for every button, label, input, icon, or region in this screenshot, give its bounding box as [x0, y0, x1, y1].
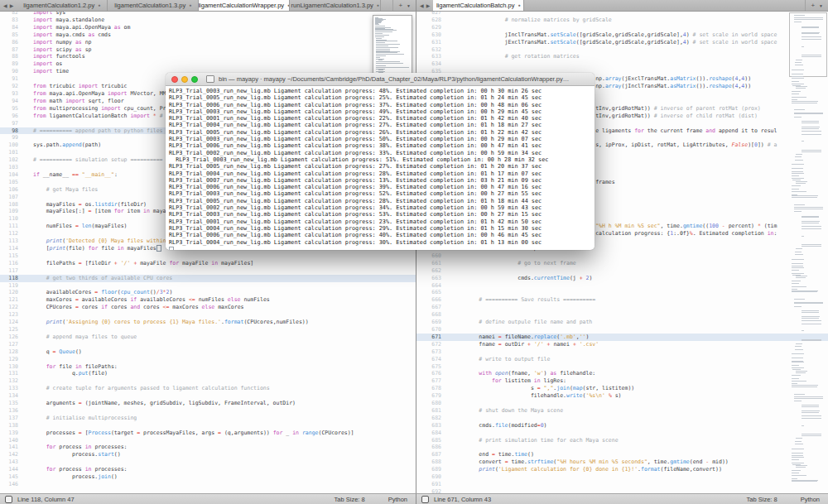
tab-scroll-left-icon[interactable]: ◀: [420, 2, 424, 8]
code-line[interactable]: 679 filehandle.write('%s\n' % s): [416, 392, 828, 400]
tab-scroll-right-icon[interactable]: ▶: [426, 2, 431, 8]
code-line[interactable]: 680: [416, 400, 828, 407]
code-line[interactable]: 677 for listitem in ligRes:: [416, 377, 828, 385]
code-line[interactable]: 685 # print simulation time for each May…: [416, 437, 828, 444]
code-line[interactable]: 668: [416, 311, 828, 319]
code-line[interactable]: 136: [0, 407, 416, 415]
code-line[interactable]: 121 maxCores = availableCores if availab…: [0, 296, 416, 304]
code-line[interactable]: 144 for process in processes:: [0, 466, 416, 473]
code-line[interactable]: 664: [416, 282, 828, 290]
code-line[interactable]: 135 arguments = (jointName, meshes, grid…: [0, 400, 416, 407]
new-tab-icon[interactable]: +: [811, 2, 815, 9]
tab-size-indicator[interactable]: Tab Size: 8: [335, 496, 365, 503]
tab-modified-dot[interactable]: ●: [377, 3, 379, 7]
code-line[interactable]: 134: [0, 392, 416, 400]
tab-overflow-icon[interactable]: ▼: [407, 3, 411, 8]
code-line[interactable]: 663 cmds.currentTime(j + 2): [416, 275, 828, 282]
code-line[interactable]: 123: [0, 311, 416, 319]
code-line[interactable]: 661 # go to next frame: [416, 260, 828, 267]
code-line[interactable]: 688 convert = time.strftime("%H hours %M…: [416, 458, 828, 466]
code-line[interactable]: 127: [0, 341, 416, 348]
code-line[interactable]: 86import numpy as np: [0, 39, 416, 46]
code-line[interactable]: 687 end = time.time(): [416, 451, 828, 458]
tab-modified-dot[interactable]: ●: [518, 3, 521, 7]
zoom-button[interactable]: [191, 76, 198, 83]
code-line[interactable]: 684: [416, 430, 828, 437]
code-line[interactable]: 671 namei = fileName.replace('.mb',''): [416, 334, 828, 341]
new-tab-icon[interactable]: +: [398, 2, 402, 9]
tab-runLigamentCalculation1.3.py[interactable]: runLigamentCalculation1.3.py●: [290, 0, 381, 11]
code-line[interactable]: 678 s = ",".join(map(str, listitem)): [416, 385, 828, 392]
code-line[interactable]: 633 # get rotation matrices: [416, 53, 828, 60]
code-line[interactable]: 131 q.put(file): [0, 370, 416, 377]
code-line[interactable]: 87import scipy as sp: [0, 46, 416, 54]
terminal-window[interactable]: bin — mayapy · mayapy ~/Documents/Cambri…: [166, 73, 595, 250]
tab-modified-dot[interactable]: ●: [98, 3, 100, 7]
code-line[interactable]: 690: [416, 473, 828, 481]
code-line[interactable]: 629: [416, 24, 828, 31]
code-line[interactable]: 631 jExclTransMat.setScale([gridScale,gr…: [416, 39, 828, 46]
code-line[interactable]: 118 # get two thirds of available CPU co…: [0, 275, 416, 282]
code-line[interactable]: 89import os: [0, 60, 416, 68]
code-line[interactable]: 143: [0, 458, 416, 466]
code-line[interactable]: 115: [0, 252, 416, 260]
code-line[interactable]: 84import maya.api.OpenMaya as om: [0, 24, 416, 31]
code-line[interactable]: 126 # append maya files to queue: [0, 334, 416, 341]
code-line[interactable]: 132: [0, 377, 416, 385]
code-line[interactable]: 681 # shut down the Maya scene: [416, 407, 828, 415]
code-line[interactable]: 129: [0, 356, 416, 363]
code-line[interactable]: 120 availableCores = floor(cpu_count()/3…: [0, 289, 416, 296]
code-line[interactable]: 689 print('Ligament calculation for {0} …: [416, 466, 828, 473]
code-line[interactable]: 666 # ========== Save results ==========: [416, 296, 828, 304]
minimize-button[interactable]: [181, 76, 188, 83]
code-line[interactable]: 628 # normalize matrices by gridScale: [416, 17, 828, 24]
tab-scroll-right-icon[interactable]: ▶: [10, 2, 14, 8]
minimap-right[interactable]: [789, 12, 827, 492]
code-line[interactable]: 122 CPUcores = cores if cores and cores …: [0, 304, 416, 311]
tab-ligamentCalculation1.2.py[interactable]: ligamentCalculation1.2.py●: [17, 0, 108, 11]
tab-ligamentCalculation1.3.py[interactable]: ligamentCalculation1.3.py●: [108, 0, 199, 11]
close-button[interactable]: [171, 76, 178, 83]
tab-overflow-icon[interactable]: ▼: [819, 3, 823, 8]
code-line[interactable]: 139 processes = [Process(target = proces…: [0, 430, 416, 437]
tab-ligamentCalculationWrapper.py[interactable]: ligamentCalculationWrapper.py●: [199, 0, 290, 11]
minimap-left[interactable]: [373, 15, 412, 78]
code-line[interactable]: 670: [416, 326, 828, 334]
code-line[interactable]: 88import functools: [0, 53, 416, 60]
code-line[interactable]: 145 process.join(): [0, 473, 416, 481]
code-line[interactable]: 672 fname = outDir + '/' + namei + '.csv…: [416, 341, 828, 348]
language-indicator[interactable]: Python: [388, 496, 407, 503]
language-indicator[interactable]: Python: [801, 496, 820, 503]
code-line[interactable]: 632: [416, 46, 828, 54]
code-line[interactable]: 630 jInclTransMat.setScale([gridScale,gr…: [416, 31, 828, 39]
terminal-titlebar[interactable]: bin — mayapy · mayapy ~/Documents/Cambri…: [166, 73, 595, 86]
tab-ligamentCalculationBatch.py[interactable]: ligamentCalculationBatch.py●: [433, 0, 524, 11]
code-line[interactable]: 669 # define outpule file name and path: [416, 319, 828, 326]
code-line[interactable]: 141 for process in processes:: [0, 444, 416, 451]
code-line[interactable]: 674 # write to output file: [416, 356, 828, 363]
vintage-mode-icon[interactable]: [5, 496, 12, 503]
code-line[interactable]: 137 # initialise multiprocessing: [0, 415, 416, 422]
code-line[interactable]: 128 q = Queue(): [0, 348, 416, 356]
code-line[interactable]: 665: [416, 289, 828, 296]
code-line[interactable]: 676 with open(fname, 'w') as filehandle:: [416, 370, 828, 377]
code-line[interactable]: 682: [416, 415, 828, 422]
code-line[interactable]: 662: [416, 267, 828, 275]
code-line[interactable]: 667: [416, 304, 828, 311]
tab-scroll-left-icon[interactable]: ◀: [3, 2, 7, 8]
code-line[interactable]: 116 filePaths = [fileDir + '/' + mayaFil…: [0, 260, 416, 267]
tab-modified-dot[interactable]: ●: [189, 3, 191, 7]
code-line[interactable]: 124 print('Assigning {0} cores to proces…: [0, 319, 416, 326]
code-line[interactable]: 140: [0, 437, 416, 444]
code-line[interactable]: 83import maya.standalone: [0, 17, 416, 24]
code-line[interactable]: 691: [416, 481, 828, 488]
code-line[interactable]: 686: [416, 444, 828, 451]
code-line[interactable]: 125: [0, 326, 416, 334]
code-line[interactable]: 85import maya.cmds as cmds: [0, 31, 416, 39]
code-line[interactable]: 634: [416, 60, 828, 68]
code-line[interactable]: 133 # create tuple for arguments passed …: [0, 385, 416, 392]
code-line[interactable]: 146: [0, 481, 416, 488]
code-line[interactable]: 130 for file in filePaths:: [0, 363, 416, 371]
code-line[interactable]: 660: [416, 252, 828, 260]
vintage-mode-icon[interactable]: [421, 496, 429, 503]
